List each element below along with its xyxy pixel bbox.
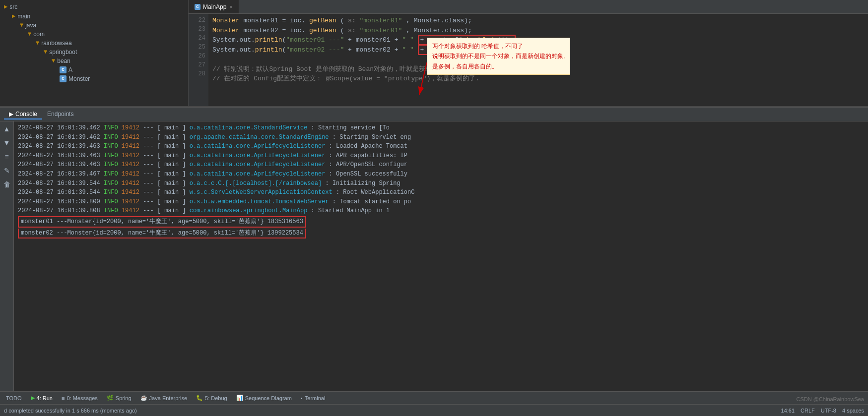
debug-label: 5: Debug bbox=[205, 395, 227, 401]
tab-label: MainApp bbox=[203, 3, 226, 10]
wrap-button[interactable]: ≡ bbox=[1, 151, 12, 162]
clear-button[interactable]: 🗑 bbox=[1, 179, 12, 190]
endpoints-tab-label: Endpoints bbox=[47, 111, 73, 118]
run-icon: ▶ bbox=[31, 395, 35, 401]
debug-icon: 🐛 bbox=[196, 395, 203, 401]
log-line-2: 2024-08-27 16:01:39.462 INFO 19412 --- [… bbox=[18, 133, 864, 142]
log-result-1: monster01 ---Monster{id=2000, name='牛魔王'… bbox=[18, 216, 306, 228]
code-line-28: // 在对应的 Config配置类中定义： @Scope(value = "pr… bbox=[212, 74, 864, 84]
folder-icon: ▼ bbox=[52, 58, 55, 64]
tree-label-bean: bean bbox=[57, 58, 70, 64]
tree-label-springboot: springboot bbox=[49, 49, 77, 56]
terminal-icon: ▪ bbox=[301, 395, 303, 401]
folder-icon: ▶ bbox=[12, 12, 15, 20]
tree-label-com: com bbox=[33, 31, 45, 38]
annotation-line2: 说明获取到的不是同一个对象，而是新创建的对象, bbox=[432, 51, 565, 61]
csdn-watermark: CSDN @ChinaRainbowSea bbox=[796, 396, 864, 402]
indent: 4 spaces bbox=[842, 408, 864, 414]
line-numbers: 22 23 24 25 26 27 28 bbox=[189, 14, 208, 106]
log-line-6: 2024-08-27 16:01:39.467 INFO 19412 --- [… bbox=[18, 170, 864, 179]
run-label: 4: Run bbox=[37, 395, 53, 401]
annotation-line1: 两个对象获取到的 哈希值，不同了 bbox=[432, 41, 565, 51]
tree-label-java: java bbox=[25, 22, 36, 29]
status-right: 14:61 CRLF UTF-8 4 spaces bbox=[781, 408, 864, 414]
scroll-up-button[interactable]: ▲ bbox=[1, 123, 12, 134]
java-file-icon: C bbox=[60, 75, 67, 82]
todo-label: TODO bbox=[6, 395, 22, 401]
log-line-1: 2024-08-27 16:01:39.462 INFO 19412 --- [… bbox=[18, 123, 864, 133]
messages-tab-0[interactable]: ≡ 0: Messages bbox=[58, 394, 102, 402]
tree-item-com[interactable]: ▼ com bbox=[0, 30, 188, 39]
log-line-9: 2024-08-27 16:01:39.800 INFO 19412 --- [… bbox=[18, 197, 864, 207]
tab-mainapp[interactable]: C MainApp × bbox=[189, 0, 239, 13]
log-line-5: 2024-08-27 16:01:39.463 INFO 19412 --- [… bbox=[18, 160, 864, 170]
result-block: monster01 ---Monster{id=2000, name='牛魔王'… bbox=[18, 216, 306, 239]
tree-item-monster[interactable]: C Monster bbox=[0, 74, 188, 83]
java-icon: C bbox=[195, 4, 200, 10]
charset: UTF-8 bbox=[821, 408, 836, 414]
tree-item-src[interactable]: ▶ src bbox=[0, 2, 188, 11]
console-tab-endpoints[interactable]: Endpoints bbox=[42, 110, 78, 119]
java-enterprise-label: Java Enterprise bbox=[149, 395, 187, 401]
console-tab-label: Console bbox=[15, 111, 37, 118]
messages-icon: ≡ bbox=[62, 395, 65, 401]
tree-item-A[interactable]: C A bbox=[0, 65, 188, 74]
console-sidebar: ▲ ▼ ≡ ✎ 🗑 bbox=[0, 121, 14, 391]
file-tree: ▶ src ▶ main ▼ java ▼ com ▼ rainbowsea ▼… bbox=[0, 0, 189, 106]
svg-line-1 bbox=[419, 62, 427, 95]
console-tab-console[interactable]: ▶ Console bbox=[4, 110, 42, 119]
java-enterprise-tab[interactable]: ☕ Java Enterprise bbox=[136, 394, 191, 402]
log-line-10: 2024-08-27 16:01:39.808 INFO 19412 --- [… bbox=[18, 206, 864, 216]
tree-label-main: main bbox=[17, 13, 30, 20]
log-line-7: 2024-08-27 16:01:39.544 INFO 19412 --- [… bbox=[18, 179, 864, 188]
status-left: d completed successfully in 1 s 666 ms (… bbox=[4, 408, 137, 414]
folder-icon: ▼ bbox=[44, 49, 47, 56]
top-area: ▶ src ▶ main ▼ java ▼ com ▼ rainbowsea ▼… bbox=[0, 0, 868, 107]
console-main: ▲ ▼ ≡ ✎ 🗑 2024-08-27 16:01:39.462 INFO 1… bbox=[0, 121, 868, 391]
tree-item-rainbowsea[interactable]: ▼ rainbowsea bbox=[0, 39, 188, 48]
edit-button[interactable]: ✎ bbox=[1, 165, 12, 176]
log-line-3: 2024-08-27 16:01:39.463 INFO 19412 --- [… bbox=[18, 142, 864, 151]
console-output: 2024-08-27 16:01:39.462 INFO 19412 --- [… bbox=[14, 121, 868, 391]
scroll-down-button[interactable]: ▼ bbox=[1, 137, 12, 148]
code-line-23: Monster monster02 = ioc. getBean ( s: "m… bbox=[212, 26, 864, 36]
tree-item-bean[interactable]: ▼ bean bbox=[0, 57, 188, 65]
folder-icon: ▼ bbox=[36, 40, 39, 47]
folder-icon: ▼ bbox=[28, 31, 31, 38]
console-area: ▶ Console Endpoints ▲ ▼ ≡ ✎ 🗑 2024-08-27… bbox=[0, 107, 868, 391]
messages-label: 0: Messages bbox=[67, 395, 97, 401]
sequence-label: Sequence Diagram bbox=[245, 395, 292, 401]
tab-close-button[interactable]: × bbox=[229, 4, 232, 10]
code-lines[interactable]: Monster monster01 = ioc. getBean ( s: "m… bbox=[208, 14, 868, 106]
folder-icon: ▼ bbox=[20, 22, 23, 29]
code-content: 22 23 24 25 26 27 28 Monster monster01 =… bbox=[189, 14, 868, 106]
log-result-2: monster02 ---Monster{id=2000, name='牛魔王'… bbox=[18, 228, 306, 239]
terminal-tab[interactable]: ▪ Terminal bbox=[297, 394, 329, 402]
tree-item-java[interactable]: ▼ java bbox=[0, 21, 188, 30]
spring-tab[interactable]: 🌿 Spring bbox=[103, 394, 135, 402]
debug-tab-5[interactable]: 🐛 5: Debug bbox=[192, 394, 231, 402]
java-enterprise-icon: ☕ bbox=[140, 395, 147, 401]
folder-icon: ▶ bbox=[4, 3, 7, 10]
log-line-4: 2024-08-27 16:01:39.463 INFO 19412 --- [… bbox=[18, 151, 864, 161]
tree-item-main[interactable]: ▶ main bbox=[0, 11, 188, 21]
tree-label-monster-file: Monster bbox=[68, 75, 90, 82]
line-col: 14:61 bbox=[781, 408, 795, 414]
sequence-diagram-tab[interactable]: 📊 Sequence Diagram bbox=[232, 394, 296, 402]
terminal-label: Terminal bbox=[305, 395, 326, 401]
encoding: CRLF bbox=[801, 408, 815, 414]
spring-icon: 🌿 bbox=[107, 395, 114, 401]
tree-label-A: A bbox=[68, 66, 72, 73]
spring-label: Spring bbox=[116, 395, 132, 401]
tree-label-rainbowsea: rainbowsea bbox=[41, 40, 71, 47]
run-tab-4[interactable]: ▶ 4: Run bbox=[27, 394, 57, 402]
tree-item-springboot[interactable]: ▼ springboot bbox=[0, 48, 188, 57]
todo-tab[interactable]: TODO bbox=[2, 394, 26, 402]
status-bar: d completed successfully in 1 s 666 ms (… bbox=[0, 404, 868, 416]
code-editor: C MainApp × 22 23 24 25 26 27 28 Monster… bbox=[189, 0, 868, 106]
code-line-22: Monster monster01 = ioc. getBean ( s: "m… bbox=[212, 16, 864, 26]
log-line-8: 2024-08-27 16:01:39.544 INFO 19412 --- [… bbox=[18, 188, 864, 197]
editor-tab-bar: C MainApp × bbox=[189, 0, 868, 14]
sequence-icon: 📊 bbox=[236, 395, 243, 401]
tree-label-src: src bbox=[9, 3, 17, 10]
